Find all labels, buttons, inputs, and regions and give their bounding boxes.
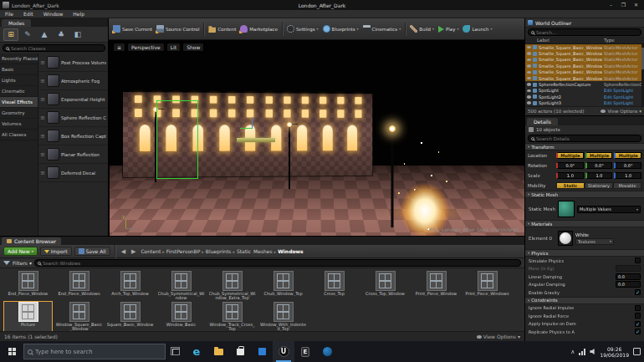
toolbar-button-marketplace[interactable]: Marketplace: [238, 24, 279, 33]
asset-item[interactable]: Chub_Symmetrical_Window: [157, 271, 205, 300]
asset-item[interactable]: End_Piece_Windows: [55, 271, 103, 300]
visibility-eye-icon[interactable]: [527, 46, 531, 49]
transform-value-z[interactable]: Multiple: [614, 152, 641, 159]
outliner-row[interactable]: Smallie_Square_Basic_Window23StaticMeshA…: [525, 69, 644, 75]
toolbar-button-cinematics[interactable]: Cinematics▾: [361, 24, 403, 33]
asset-item[interactable]: Square_Basic_Window: [106, 302, 154, 331]
steam-taskbar-button[interactable]: [316, 341, 338, 362]
column-type[interactable]: Type: [604, 38, 644, 43]
transform-value-y[interactable]: Multiple: [585, 152, 613, 159]
column-label[interactable]: Label: [525, 38, 604, 43]
toolbar-button-launch[interactable]: Launch▾: [461, 24, 493, 33]
outliner-row[interactable]: Smallie_Square_Basic_Window2StaticMeshAc…: [525, 44, 644, 50]
mobility-stationary[interactable]: Stationary: [585, 182, 613, 189]
add-new-button[interactable]: Add New ▾: [3, 247, 38, 256]
toolbar-button-build[interactable]: Build▾: [408, 24, 436, 33]
modes-search[interactable]: [3, 44, 105, 52]
visibility-eye-icon[interactable]: [527, 59, 531, 62]
asset-item[interactable]: Print_Piece_Window: [412, 271, 460, 300]
back-button[interactable]: ◀: [120, 248, 127, 255]
transform-gizmo[interactable]: [243, 117, 262, 135]
visibility-eye-icon[interactable]: [527, 71, 531, 74]
epic-games-taskbar-button[interactable]: E: [294, 341, 316, 362]
perspective-button[interactable]: Perspective: [127, 43, 165, 52]
outliner-row[interactable]: SpotLight2Edit SpotLight: [525, 94, 644, 99]
modes-category-visual-effects[interactable]: Visual Effects: [0, 97, 38, 108]
close-button[interactable]: ✕: [630, 0, 642, 10]
value-field[interactable]: 0.0: [616, 273, 641, 280]
tab-modes[interactable]: Modes: [2, 19, 31, 27]
placeable-item[interactable]: ≡Exponential Height F: [38, 90, 108, 109]
modes-category-recently-placed[interactable]: Recently Placed: [0, 54, 38, 64]
section-materials[interactable]: ▾ Materials: [525, 220, 644, 227]
menu-edit[interactable]: Edit: [18, 11, 38, 17]
modes-category-volumes[interactable]: Volumes: [0, 119, 38, 130]
viewport[interactable]: ≡ Perspective Lit Show y P51_London_Afte…: [109, 40, 524, 236]
textures-dropdown[interactable]: Textures ▾: [575, 238, 614, 245]
landscape-mode-icon[interactable]: ▲: [37, 28, 52, 41]
toolbar-button-blueprints[interactable]: Blueprints▾: [321, 24, 360, 33]
checkbox[interactable]: ✓: [635, 321, 641, 327]
breadcrumb-windows[interactable]: Windows: [277, 248, 304, 254]
show-button[interactable]: Show: [182, 43, 204, 52]
gizmo-z-axis[interactable]: [252, 117, 253, 129]
import-button[interactable]: Import: [40, 247, 72, 256]
asset-item[interactable]: Cross_Top: [310, 271, 358, 300]
save-all-button[interactable]: Save All: [74, 247, 110, 256]
transform-value-z[interactable]: 1.0: [614, 172, 641, 179]
mobility-static[interactable]: Static: [556, 182, 585, 189]
outliner-row[interactable]: SpotLight3Edit SpotLight: [525, 100, 644, 106]
volume-icon[interactable]: [590, 349, 595, 354]
photos-taskbar-button[interactable]: [251, 341, 273, 362]
toolbar-button-settings[interactable]: Settings▾: [285, 24, 320, 33]
asset-item[interactable]: Print_Piece_Windows: [463, 271, 511, 300]
modes-category-lights[interactable]: Lights: [0, 75, 38, 86]
value-field[interactable]: 0.0: [616, 281, 641, 288]
toolbar-button-save-current[interactable]: Save Current: [111, 24, 154, 33]
asset-item[interactable]: Window_Square_Basic_Window: [55, 302, 103, 331]
taskbar-search[interactable]: [23, 344, 166, 359]
asset-item[interactable]: Cross_Top_Window: [361, 271, 409, 300]
asset-item[interactable]: Window_Basic: [157, 302, 205, 331]
transform-value-x[interactable]: 1.0: [556, 172, 584, 179]
modes-category-all-classes[interactable]: All Classes: [0, 130, 38, 140]
outliner-search[interactable]: [528, 28, 641, 36]
actor-type-link[interactable]: Edit SpotLight: [604, 88, 642, 93]
action-center-icon[interactable]: [633, 348, 641, 355]
material-name[interactable]: White: [575, 232, 641, 237]
checkbox[interactable]: ✓: [635, 289, 641, 295]
placeable-item[interactable]: ≡Post Process Volume: [38, 54, 108, 72]
paint-mode-icon[interactable]: ✎: [20, 28, 35, 41]
section-constraints[interactable]: ▾ Constraints: [525, 297, 644, 304]
start-button[interactable]: [0, 341, 23, 362]
static-mesh-thumbnail[interactable]: [558, 201, 575, 217]
placeable-item[interactable]: ≡Deferred Decal: [38, 164, 108, 182]
asset-item[interactable]: Chub_Window_Top: [259, 271, 307, 300]
transform-value-x[interactable]: 0.0°: [556, 162, 584, 169]
details-search[interactable]: [528, 135, 641, 142]
visibility-eye-icon[interactable]: [527, 83, 531, 86]
visibility-eye-icon[interactable]: [527, 89, 531, 93]
transform-value-y[interactable]: 0.0°: [585, 162, 613, 169]
checkbox[interactable]: [635, 305, 641, 311]
minimize-button[interactable]: –: [605, 0, 617, 10]
menu-help[interactable]: Help: [68, 11, 89, 17]
checkbox[interactable]: ✓: [635, 329, 641, 334]
taskbar-search-input[interactable]: [35, 349, 161, 355]
placeable-item[interactable]: ≡Box Reflection Captu: [38, 127, 108, 145]
modes-search-input[interactable]: [11, 46, 102, 51]
checkbox[interactable]: [635, 313, 641, 319]
menu-window[interactable]: Window: [38, 11, 69, 17]
placeable-item[interactable]: ≡Atmospheric Fog: [38, 72, 108, 90]
toolbar-button-source-control[interactable]: Source Control: [155, 24, 202, 33]
content-search-input[interactable]: [43, 261, 518, 266]
actor-type-link[interactable]: Edit SpotLight: [604, 100, 642, 105]
content-view-options[interactable]: View Options ▾: [477, 334, 520, 339]
value-field[interactable]: [616, 265, 641, 272]
unreal-editor-taskbar-button[interactable]: U: [273, 341, 294, 362]
visibility-eye-icon[interactable]: [527, 101, 531, 105]
forward-button[interactable]: ▶: [130, 248, 137, 255]
section-physics[interactable]: ▾ Physics: [525, 249, 644, 257]
tab-content-browser[interactable]: Content Browser: [2, 237, 61, 245]
outliner-row[interactable]: Smallie_Square_Basic_Window20StaticMeshA…: [525, 50, 644, 56]
